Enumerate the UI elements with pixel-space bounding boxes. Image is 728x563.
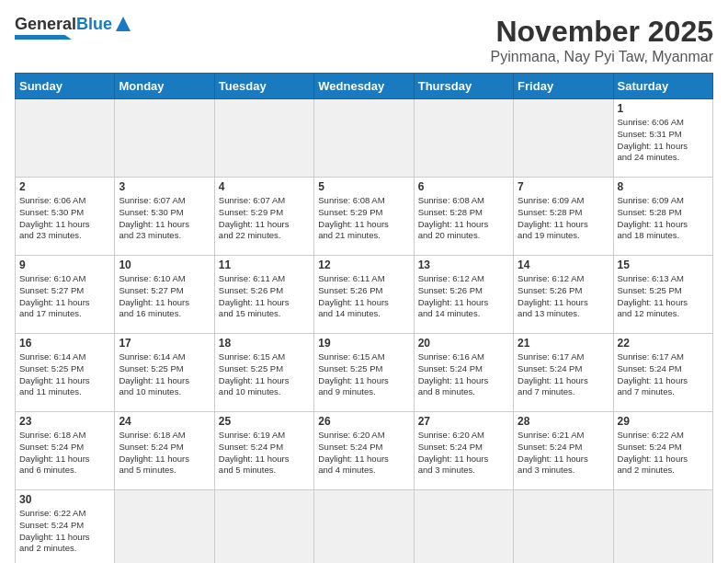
day-number: 11 [219, 259, 310, 271]
calendar-cell [613, 490, 712, 564]
day-info: Sunrise: 6:15 AM Sunset: 5:25 PM Dayligh… [219, 351, 310, 398]
day-info: Sunrise: 6:15 AM Sunset: 5:25 PM Dayligh… [318, 351, 409, 398]
day-info: Sunrise: 6:19 AM Sunset: 5:24 PM Dayligh… [219, 430, 310, 477]
calendar-week-row: 1Sunrise: 6:06 AM Sunset: 5:31 PM Daylig… [16, 99, 713, 178]
calendar-cell [115, 490, 214, 564]
day-info: Sunrise: 6:18 AM Sunset: 5:24 PM Dayligh… [119, 430, 210, 477]
calendar-cell: 3Sunrise: 6:07 AM Sunset: 5:30 PM Daylig… [115, 178, 214, 256]
day-number: 14 [518, 259, 609, 271]
calendar-cell: 25Sunrise: 6:19 AM Sunset: 5:24 PM Dayli… [214, 412, 313, 490]
calendar-header-friday: Friday [514, 74, 613, 99]
calendar-cell: 19Sunrise: 6:15 AM Sunset: 5:25 PM Dayli… [314, 334, 414, 412]
day-number: 24 [119, 415, 210, 428]
calendar-cell: 21Sunrise: 6:17 AM Sunset: 5:24 PM Dayli… [514, 334, 613, 412]
logo-icon [114, 15, 132, 33]
calendar-cell: 1Sunrise: 6:06 AM Sunset: 5:31 PM Daylig… [613, 99, 712, 178]
day-number: 10 [119, 259, 210, 271]
day-number: 28 [518, 415, 609, 428]
calendar-cell: 8Sunrise: 6:09 AM Sunset: 5:28 PM Daylig… [613, 178, 712, 256]
day-info: Sunrise: 6:07 AM Sunset: 5:29 PM Dayligh… [219, 195, 310, 242]
day-number: 7 [518, 180, 609, 193]
calendar-header-thursday: Thursday [414, 74, 513, 99]
calendar-cell: 20Sunrise: 6:16 AM Sunset: 5:24 PM Dayli… [414, 334, 513, 412]
day-number: 18 [219, 337, 310, 350]
calendar-cell [514, 99, 613, 178]
calendar-cell [414, 99, 513, 178]
day-info: Sunrise: 6:07 AM Sunset: 5:30 PM Dayligh… [119, 195, 210, 242]
calendar-cell: 30Sunrise: 6:22 AM Sunset: 5:24 PM Dayli… [16, 490, 115, 564]
day-number: 20 [418, 337, 509, 350]
svg-marker-0 [116, 17, 131, 31]
logo: General Blue [15, 15, 132, 40]
day-number: 13 [418, 259, 509, 271]
day-number: 17 [119, 337, 210, 350]
day-info: Sunrise: 6:17 AM Sunset: 5:24 PM Dayligh… [618, 351, 709, 398]
logo-blue-text: Blue [76, 16, 112, 32]
calendar-cell: 10Sunrise: 6:10 AM Sunset: 5:27 PM Dayli… [115, 256, 214, 334]
calendar-cell: 26Sunrise: 6:20 AM Sunset: 5:24 PM Dayli… [314, 412, 414, 490]
day-info: Sunrise: 6:20 AM Sunset: 5:24 PM Dayligh… [318, 430, 409, 477]
month-title: November 2025 [491, 15, 713, 49]
day-info: Sunrise: 6:08 AM Sunset: 5:29 PM Dayligh… [318, 195, 409, 242]
day-number: 22 [618, 337, 709, 350]
day-number: 26 [318, 415, 409, 428]
day-number: 6 [418, 180, 509, 193]
day-number: 19 [318, 337, 409, 350]
calendar-cell: 7Sunrise: 6:09 AM Sunset: 5:28 PM Daylig… [514, 178, 613, 256]
day-info: Sunrise: 6:08 AM Sunset: 5:28 PM Dayligh… [418, 195, 509, 242]
calendar-cell: 14Sunrise: 6:12 AM Sunset: 5:26 PM Dayli… [514, 256, 613, 334]
calendar-week-row: 16Sunrise: 6:14 AM Sunset: 5:25 PM Dayli… [16, 334, 713, 412]
logo-bar [15, 35, 72, 40]
day-info: Sunrise: 6:06 AM Sunset: 5:31 PM Dayligh… [618, 117, 709, 164]
calendar-cell [214, 490, 313, 564]
calendar-cell: 22Sunrise: 6:17 AM Sunset: 5:24 PM Dayli… [613, 334, 712, 412]
calendar-header-row: SundayMondayTuesdayWednesdayThursdayFrid… [16, 74, 713, 99]
calendar-cell: 23Sunrise: 6:18 AM Sunset: 5:24 PM Dayli… [16, 412, 115, 490]
calendar-week-row: 2Sunrise: 6:06 AM Sunset: 5:30 PM Daylig… [16, 178, 713, 256]
calendar-cell: 18Sunrise: 6:15 AM Sunset: 5:25 PM Dayli… [214, 334, 313, 412]
day-number: 1 [618, 102, 709, 115]
calendar-week-row: 9Sunrise: 6:10 AM Sunset: 5:27 PM Daylig… [16, 256, 713, 334]
calendar-cell: 4Sunrise: 6:07 AM Sunset: 5:29 PM Daylig… [214, 178, 313, 256]
day-info: Sunrise: 6:10 AM Sunset: 5:27 PM Dayligh… [19, 273, 110, 320]
calendar-cell [16, 99, 115, 178]
calendar-cell: 16Sunrise: 6:14 AM Sunset: 5:25 PM Dayli… [16, 334, 115, 412]
day-number: 25 [219, 415, 310, 428]
calendar-cell: 6Sunrise: 6:08 AM Sunset: 5:28 PM Daylig… [414, 178, 513, 256]
day-number: 30 [19, 493, 110, 506]
calendar-cell: 29Sunrise: 6:22 AM Sunset: 5:24 PM Dayli… [613, 412, 712, 490]
calendar-header-monday: Monday [115, 74, 214, 99]
day-number: 12 [318, 259, 409, 271]
day-info: Sunrise: 6:21 AM Sunset: 5:24 PM Dayligh… [518, 430, 609, 477]
day-number: 15 [618, 259, 709, 271]
day-number: 23 [19, 415, 110, 428]
day-info: Sunrise: 6:11 AM Sunset: 5:26 PM Dayligh… [318, 273, 409, 320]
calendar-cell [214, 99, 313, 178]
day-number: 2 [19, 180, 110, 193]
calendar-week-row: 23Sunrise: 6:18 AM Sunset: 5:24 PM Dayli… [16, 412, 713, 490]
day-number: 4 [219, 180, 310, 193]
day-number: 27 [418, 415, 509, 428]
day-info: Sunrise: 6:22 AM Sunset: 5:24 PM Dayligh… [19, 508, 110, 555]
calendar-header-wednesday: Wednesday [314, 74, 414, 99]
day-info: Sunrise: 6:12 AM Sunset: 5:26 PM Dayligh… [518, 273, 609, 320]
title-block: November 2025 Pyinmana, Nay Pyi Taw, Mya… [491, 15, 713, 65]
calendar-week-row: 30Sunrise: 6:22 AM Sunset: 5:24 PM Dayli… [16, 490, 713, 564]
day-info: Sunrise: 6:09 AM Sunset: 5:28 PM Dayligh… [518, 195, 609, 242]
day-number: 8 [618, 180, 709, 193]
day-number: 21 [518, 337, 609, 350]
day-info: Sunrise: 6:06 AM Sunset: 5:30 PM Dayligh… [19, 195, 110, 242]
day-number: 5 [318, 180, 409, 193]
day-info: Sunrise: 6:09 AM Sunset: 5:28 PM Dayligh… [618, 195, 709, 242]
day-info: Sunrise: 6:20 AM Sunset: 5:24 PM Dayligh… [418, 430, 509, 477]
calendar-header-saturday: Saturday [613, 74, 712, 99]
day-info: Sunrise: 6:12 AM Sunset: 5:26 PM Dayligh… [418, 273, 509, 320]
logo-text: General [15, 16, 76, 32]
calendar-cell [115, 99, 214, 178]
page-header: General Blue November 2025 Pyinmana, Nay… [15, 15, 713, 65]
calendar-cell: 27Sunrise: 6:20 AM Sunset: 5:24 PM Dayli… [414, 412, 513, 490]
calendar-header-tuesday: Tuesday [214, 74, 313, 99]
calendar-cell: 2Sunrise: 6:06 AM Sunset: 5:30 PM Daylig… [16, 178, 115, 256]
day-number: 9 [19, 259, 110, 271]
calendar-cell: 12Sunrise: 6:11 AM Sunset: 5:26 PM Dayli… [314, 256, 414, 334]
